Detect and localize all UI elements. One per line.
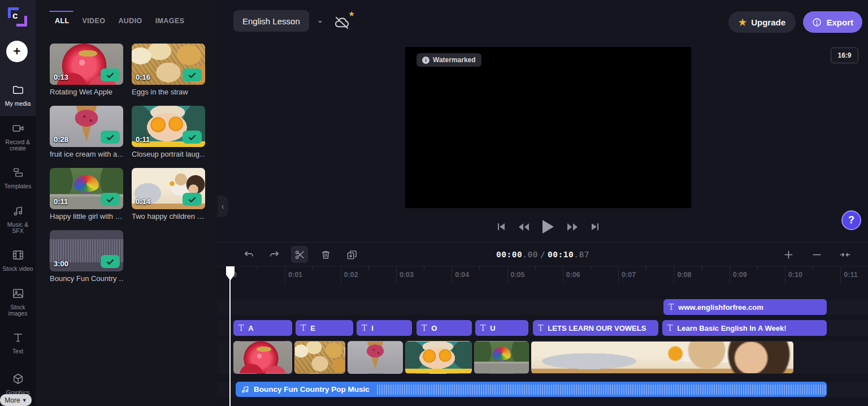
added-check-icon	[183, 68, 202, 81]
video-clip-eggs[interactable]	[294, 341, 345, 374]
ruler-label: 0:08	[677, 271, 691, 279]
text-clip-i[interactable]: TI	[357, 320, 412, 336]
ruler-second-line	[730, 266, 730, 283]
upgrade-button[interactable]: ★ Upgrade	[728, 11, 796, 33]
sidebar-item-stock-video[interactable]: Stock video	[0, 240, 36, 281]
ruler-half-tick	[702, 266, 702, 270]
audio-clip-label: Bouncy Fun Country Pop Music	[254, 385, 370, 394]
sidebar-item-music-sfx[interactable]: Music & SFX	[0, 198, 36, 240]
ruler-second-line	[507, 266, 508, 283]
ruler-second-line	[840, 266, 841, 283]
ruler-second-line	[341, 266, 341, 283]
sidebar-item-label: Stock images	[0, 304, 36, 317]
zoom-in-button[interactable]	[780, 246, 797, 263]
playhead-line	[229, 266, 231, 406]
video-clip-umbrella[interactable]	[474, 341, 529, 374]
media-card-closeup-portrait-laug[interactable]: 0:11Closeup portrait laug…	[132, 106, 205, 158]
sidebar-item-templates[interactable]: Templates	[0, 157, 36, 198]
text-clip-o[interactable]: TO	[416, 320, 472, 336]
media-thumbnail[interactable]: 3:00	[50, 230, 123, 271]
project-title-input[interactable]: English Lesson	[233, 10, 309, 32]
project-title-chevron-icon[interactable]: ⌄	[317, 16, 323, 24]
add-media-button[interactable]: +	[6, 41, 28, 62]
duration-badge: 3:00	[54, 260, 68, 268]
more-button[interactable]: More▼	[0, 394, 32, 406]
ruler-label: 0:02	[344, 271, 358, 279]
video-clip-icecream[interactable]	[348, 341, 403, 374]
delete-button[interactable]	[317, 246, 334, 263]
star-icon: ★	[739, 17, 747, 28]
media-card-fruit-ice-cream-with-a[interactable]: 0:28fruit ice cream with a…	[50, 106, 123, 158]
video-clip-apple[interactable]	[233, 341, 292, 374]
help-button[interactable]: ?	[841, 210, 861, 230]
skip-to-start-button[interactable]	[497, 223, 505, 231]
media-thumbnail[interactable]: 0:28	[50, 106, 123, 147]
media-card-happy-little-girl-with[interactable]: 0:11Happy little girl with …	[50, 168, 123, 221]
media-thumbnail[interactable]: 0:11	[132, 106, 205, 147]
audio-clip-bouncy-fun-country-pop-music[interactable]: Bouncy Fun Country Pop Music	[236, 382, 827, 397]
sidebar-item-stock-images[interactable]: Stock images	[0, 281, 36, 322]
skip-to-end-button[interactable]	[591, 223, 599, 231]
fast-forward-button[interactable]	[567, 223, 578, 231]
text-clip-icon: T	[301, 323, 306, 332]
media-thumbnail[interactable]: 0:11	[50, 168, 123, 209]
text-clip-e[interactable]: TE	[296, 320, 353, 336]
sidebar-item-text[interactable]: Text	[0, 322, 36, 364]
split-scissors-button[interactable]	[291, 246, 308, 263]
media-thumbnail[interactable]: 0:13	[50, 44, 123, 85]
media-tabs: ALLVIDEOAUDIOIMAGES	[55, 17, 184, 25]
media-name: Eggs in the straw	[132, 88, 205, 96]
timeline-ruler[interactable]: 00:010:020:030:040:050:060:070:080:090:1…	[218, 266, 868, 283]
text-clip-icon: T	[667, 323, 672, 332]
text-clip-u[interactable]: TU	[475, 320, 528, 336]
media-thumbnail[interactable]: 0:14	[132, 168, 205, 209]
text-clip-www-englishforfree-com[interactable]: Twww.englishforfree.com	[663, 299, 827, 315]
media-card-eggs-in-the-straw[interactable]: 0:16Eggs in the straw	[132, 44, 205, 96]
redo-button[interactable]	[266, 246, 283, 263]
media-card-two-happy-children[interactable]: 0:14Two happy children …	[132, 168, 205, 221]
video-clip-orange[interactable]	[405, 341, 472, 374]
tab-video[interactable]: VIDEO	[83, 17, 106, 25]
duplicate-button[interactable]	[343, 246, 360, 263]
duration-badge: 0:16	[136, 73, 150, 81]
text-clip-label: O	[431, 324, 437, 332]
ruler-label: 0:06	[566, 271, 580, 279]
text-clip-label: Learn Basic English In A Week!	[677, 324, 786, 332]
video-track	[218, 341, 868, 374]
tab-all[interactable]: ALL	[55, 17, 70, 25]
text-clip-lets-learn-our-vowels[interactable]: TLETS LEARN OUR VOWELS	[533, 320, 658, 336]
sidebar-item-my-media[interactable]: My media	[0, 75, 36, 116]
text-clip-label: U	[490, 324, 495, 332]
rewind-button[interactable]	[519, 223, 529, 231]
ruler-half-tick	[757, 266, 758, 270]
zoom-out-button[interactable]	[808, 246, 825, 263]
undo-button[interactable]	[240, 246, 257, 263]
media-card-rotating-wet-apple[interactable]: 0:13Rotating Wet Apple	[50, 44, 123, 96]
cloud-sync-offline-icon[interactable]: ★	[333, 11, 354, 32]
clipchamp-logo-icon[interactable]: c	[8, 7, 27, 27]
panel-collapse-button[interactable]: ‹	[218, 196, 228, 217]
media-name: fruit ice cream with a…	[50, 150, 123, 158]
sidebar-item-record-create[interactable]: Record & create	[0, 116, 36, 157]
tab-images[interactable]: IMAGES	[155, 17, 185, 25]
watermarked-badge[interactable]: i Watermarked	[416, 53, 481, 67]
media-grid: 0:13Rotating Wet Apple0:16Eggs in the st…	[50, 44, 205, 283]
text-clip-learn-basic-english-in-a-week[interactable]: TLearn Basic English In A Week!	[662, 320, 827, 336]
export-button[interactable]: Export	[803, 11, 862, 33]
media-thumbnail[interactable]: 0:16	[132, 44, 205, 85]
video-preview[interactable]: i Watermarked	[405, 47, 691, 208]
media-name: Two happy children …	[132, 212, 205, 221]
text-clip-a[interactable]: TA	[233, 320, 292, 336]
header: English Lesson ⌄ ★ ★ Upgrade Export	[218, 0, 868, 44]
text-icon	[12, 331, 24, 346]
media-name: Happy little girl with …	[50, 212, 123, 221]
play-button[interactable]	[542, 220, 554, 234]
video-clip-children[interactable]	[531, 341, 793, 374]
media-card-bouncy-fun-country[interactable]: 3:00Bouncy Fun Country …	[50, 230, 123, 283]
zoom-to-fit-button[interactable]	[836, 246, 853, 263]
aspect-ratio-badge[interactable]: 16:9	[831, 47, 858, 63]
sidebar-nav: My mediaRecord & createTemplatesMusic & …	[0, 75, 36, 405]
tab-audio[interactable]: AUDIO	[118, 17, 142, 25]
duration-badge: 0:11	[54, 197, 68, 206]
timeline-toolbar: 00:00.00/00:10.87	[218, 243, 868, 266]
